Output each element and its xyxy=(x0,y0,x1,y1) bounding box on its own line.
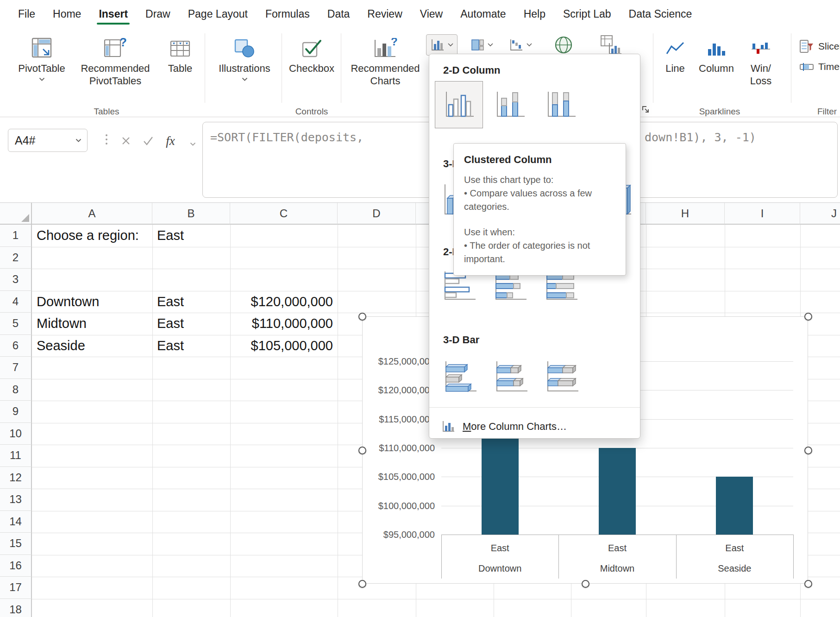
menu-tab-script-lab[interactable]: Script Lab xyxy=(554,0,620,28)
row-header-10[interactable]: 10 xyxy=(0,423,32,445)
more-column-charts[interactable]: More Column Charts… xyxy=(429,414,640,439)
cancel-button[interactable] xyxy=(118,132,134,149)
menu-tab-draw[interactable]: Draw xyxy=(137,0,179,28)
select-all-button[interactable] xyxy=(0,203,32,225)
column-header-b[interactable]: B xyxy=(152,203,230,225)
recommended-pivottables-button[interactable]: ? Recommended PivotTables xyxy=(73,32,157,87)
recommended-charts-button[interactable]: ? Recommended Charts xyxy=(345,32,425,87)
row-header-13[interactable]: 13 xyxy=(0,489,32,511)
chart-selection-handle[interactable] xyxy=(358,580,366,588)
maps-button[interactable] xyxy=(548,34,579,56)
table-button[interactable]: Table xyxy=(160,32,200,75)
menu-tab-data-science[interactable]: Data Science xyxy=(620,0,701,28)
cell-B6[interactable]: East xyxy=(152,335,230,357)
menu-tab-insert[interactable]: Insert xyxy=(90,0,137,28)
cell-A4[interactable]: Downtown xyxy=(32,291,152,313)
menu-tab-review[interactable]: Review xyxy=(358,0,411,28)
insert-column-chart-button[interactable] xyxy=(426,34,458,56)
chart-selection-handle[interactable] xyxy=(358,313,366,321)
chart-bar-seaside[interactable] xyxy=(716,477,753,535)
chart-type-100-stacked-column[interactable] xyxy=(537,81,585,128)
pivotchart-icon xyxy=(600,35,622,55)
chart-type-3d-stacked-bar[interactable] xyxy=(486,351,534,403)
column-header-i[interactable]: I xyxy=(725,203,800,225)
checkbox-button[interactable]: Checkbox xyxy=(286,32,337,75)
row-header-8[interactable]: 8 xyxy=(0,379,32,401)
x-axis-category-label: Seaside xyxy=(676,563,793,574)
timeline-button[interactable]: Timeline xyxy=(799,59,840,74)
chart-type-stacked-column[interactable] xyxy=(486,81,534,128)
insert-function-button[interactable]: fx xyxy=(162,132,179,149)
row-header-11[interactable]: 11 xyxy=(0,445,32,467)
chart-type-3d-clustered-bar[interactable] xyxy=(435,351,483,403)
charts-dialog-launcher-icon[interactable] xyxy=(641,105,650,114)
menu-tab-file[interactable]: File xyxy=(9,0,44,28)
more-column-charts-icon xyxy=(441,420,455,433)
enter-button[interactable] xyxy=(140,132,157,149)
chart-selection-handle[interactable] xyxy=(582,580,589,588)
cell-B5[interactable]: East xyxy=(152,313,230,335)
row-header-5[interactable]: 5 xyxy=(0,313,32,335)
chart-type-clustered-column[interactable] xyxy=(435,81,483,128)
pivotchart-button[interactable] xyxy=(594,34,629,56)
sparkline-column-button[interactable]: Column xyxy=(695,32,738,75)
menu-tab-automate[interactable]: Automate xyxy=(451,0,514,28)
cell-B4[interactable]: East xyxy=(152,291,230,313)
row-header-14[interactable]: 14 xyxy=(0,511,32,533)
menu-tab-data[interactable]: Data xyxy=(319,0,359,28)
chart-bar-midtown[interactable] xyxy=(599,448,636,535)
slicer-button[interactable]: Slicer xyxy=(799,39,840,54)
grid-line xyxy=(338,225,338,617)
insert-hierarchy-chart-button[interactable] xyxy=(466,34,497,56)
row-header-15[interactable]: 15 xyxy=(0,533,32,555)
row-header-7[interactable]: 7 xyxy=(0,357,32,379)
chart-type-3d-100-stacked-bar[interactable] xyxy=(537,351,585,403)
row-header-16[interactable]: 16 xyxy=(0,555,32,577)
chart-selection-handle[interactable] xyxy=(804,580,812,588)
cell-A1[interactable]: Choose a region: xyxy=(32,225,152,247)
table-label: Table xyxy=(168,62,193,75)
row-header-6[interactable]: 6 xyxy=(0,335,32,357)
chart-type-tooltip: Clustered Column Use this chart type to:… xyxy=(453,143,626,276)
cell-B1[interactable]: East xyxy=(152,225,230,247)
cell-C5[interactable]: $110,000,000 xyxy=(230,313,338,335)
row-header-17[interactable]: 17 xyxy=(0,577,32,599)
sparkline-winloss-button[interactable]: Win/ Loss xyxy=(741,32,781,87)
row-header-18[interactable]: 18 xyxy=(0,599,32,617)
cell-A6[interactable]: Seaside xyxy=(32,335,152,357)
pivottable-label: PivotTable xyxy=(18,62,65,75)
y-axis-label: $110,000,000 xyxy=(366,442,435,453)
insert-waterfall-chart-button[interactable] xyxy=(505,34,536,56)
cell-C6[interactable]: $105,000,000 xyxy=(230,335,338,357)
column-header-c[interactable]: C xyxy=(230,203,338,225)
column-header-j[interactable]: J xyxy=(800,203,840,225)
formula-text-continued: down!B1), 3, -1) xyxy=(645,131,756,144)
name-box[interactable]: A4# xyxy=(8,129,88,152)
sparkline-line-button[interactable]: Line xyxy=(658,32,692,75)
formula-text: =SORT(FILTER(deposits, xyxy=(210,131,370,144)
illustrations-button[interactable]: Illustrations xyxy=(211,32,278,82)
row-header-2[interactable]: 2 xyxy=(0,247,32,269)
row-header-12[interactable]: 12 xyxy=(0,467,32,489)
name-box-resize-handle[interactable] xyxy=(106,134,107,145)
column-header-d[interactable]: D xyxy=(338,203,416,225)
row-header-4[interactable]: 4 xyxy=(0,291,32,313)
column-header-h[interactable]: H xyxy=(646,203,725,225)
pivottable-button[interactable]: PivotTable xyxy=(13,32,70,82)
menu-tab-formulas[interactable]: Formulas xyxy=(257,0,319,28)
chart-selection-handle[interactable] xyxy=(358,447,366,454)
row-header-9[interactable]: 9 xyxy=(0,401,32,423)
cell-A5[interactable]: Midtown xyxy=(32,313,152,335)
chart-selection-handle[interactable] xyxy=(804,313,812,321)
menu-tab-home[interactable]: Home xyxy=(44,0,90,28)
menu-tab-page-layout[interactable]: Page Layout xyxy=(179,0,257,28)
row-header-3[interactable]: 3 xyxy=(0,269,32,291)
chart-selection-handle[interactable] xyxy=(804,447,812,454)
menu-tab-view[interactable]: View xyxy=(411,0,451,28)
menu-tab-help[interactable]: Help xyxy=(515,0,554,28)
row-header-1[interactable]: 1 xyxy=(0,225,32,247)
column-header-a[interactable]: A xyxy=(32,203,152,225)
cell-C4[interactable]: $120,000,000 xyxy=(230,291,338,313)
formula-bar-expand-icon[interactable] xyxy=(184,136,201,152)
sparkline-line-icon xyxy=(665,32,685,58)
